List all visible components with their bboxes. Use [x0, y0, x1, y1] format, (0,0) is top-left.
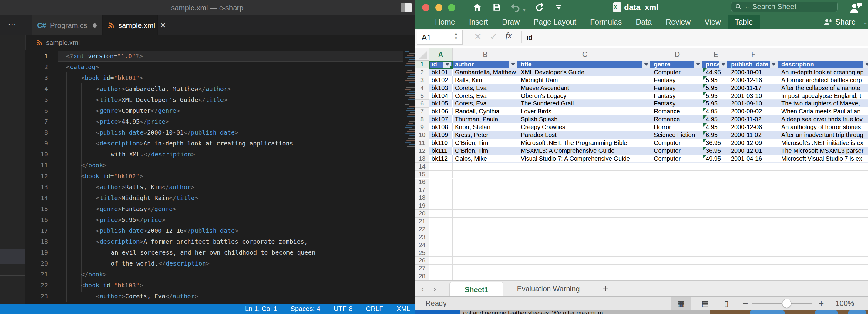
empty-cell[interactable]	[779, 186, 868, 194]
cell[interactable]: 2000-12-16	[728, 76, 779, 84]
empty-cell[interactable]	[779, 218, 868, 225]
empty-cell[interactable]	[728, 264, 779, 273]
row-header-13[interactable]: 13	[415, 155, 429, 163]
empty-cell[interactable]	[453, 179, 518, 186]
empty-cell[interactable]	[651, 249, 703, 257]
cell[interactable]: Maeve Ascendant	[518, 84, 651, 92]
row-header-8[interactable]: 8	[415, 116, 429, 123]
cell[interactable]: When Carla meets Paul at an	[779, 107, 868, 116]
cell[interactable]: bk112	[429, 155, 453, 163]
empty-cell[interactable]	[728, 202, 779, 210]
code-line[interactable]: 9<description>An in-depth look at creati…	[26, 138, 414, 149]
code-line[interactable]: 8<publish_date>2000-10-01</publish_date>	[26, 127, 414, 138]
select-all-corner[interactable]	[415, 49, 429, 61]
cell[interactable]: bk107	[429, 116, 453, 123]
ribbon-tab-view[interactable]: View	[698, 15, 728, 29]
add-sheet-button[interactable]: +	[596, 281, 615, 297]
cell[interactable]: 2000-09-02	[728, 107, 779, 116]
ribbon-tab-table[interactable]: Table	[728, 15, 760, 29]
empty-cell[interactable]	[651, 170, 703, 179]
empty-cell[interactable]	[779, 264, 868, 273]
empty-cell[interactable]	[429, 218, 453, 225]
empty-cell[interactable]	[779, 233, 868, 241]
empty-cell[interactable]	[518, 241, 651, 249]
empty-cell[interactable]	[518, 225, 651, 233]
statusbar-item[interactable]: Spaces: 4	[290, 305, 320, 313]
code-line[interactable]: 2<catalog>	[26, 62, 414, 72]
cell[interactable]: bk106	[429, 107, 453, 116]
cell[interactable]: Microsoft's .NET initiative is ex	[779, 139, 868, 147]
cell[interactable]: 2001-09-10	[728, 100, 779, 108]
cell[interactable]: The Sundered Grail	[518, 100, 651, 108]
cell[interactable]: 2000-11-02	[728, 131, 779, 139]
code-line[interactable]: 20of the world.</description>	[26, 258, 414, 269]
cell[interactable]: An in-depth look at creating ap	[779, 68, 868, 76]
empty-cell[interactable]	[429, 194, 453, 202]
formula-accept-icon[interactable]: ✓	[490, 31, 497, 42]
cell[interactable]: Corets, Eva	[453, 100, 518, 108]
row-header-5[interactable]: 5	[415, 92, 429, 100]
ribbon-tab-insert[interactable]: Insert	[462, 15, 495, 29]
empty-cell[interactable]	[728, 210, 779, 218]
empty-cell[interactable]	[429, 257, 453, 265]
undo-dropdown-icon[interactable]: ▾	[523, 5, 526, 15]
empty-cell[interactable]	[429, 225, 453, 233]
empty-cell[interactable]	[651, 273, 703, 280]
zoom-in-button[interactable]: +	[818, 297, 824, 310]
row-header-14[interactable]: 14	[415, 163, 429, 170]
empty-cell[interactable]	[453, 273, 518, 280]
cell[interactable]: bk102	[429, 76, 453, 84]
cell[interactable]: Gambardella, Matthew	[453, 68, 518, 76]
empty-cell[interactable]	[779, 202, 868, 210]
column-header-A[interactable]: A	[429, 49, 453, 61]
sheet-prev-icon[interactable]: ‹	[421, 284, 424, 294]
empty-cell[interactable]	[703, 194, 728, 202]
row-header-3[interactable]: 3	[415, 76, 429, 84]
empty-cell[interactable]	[453, 210, 518, 218]
tab-program-cs[interactable]: C# Program.cs	[32, 15, 102, 35]
cell[interactable]: Creepy Crawlies	[518, 123, 651, 131]
empty-cell[interactable]	[453, 186, 518, 194]
cell[interactable]: Fantasy	[651, 92, 703, 100]
zoom-out-button[interactable]: −	[743, 297, 748, 310]
column-header-B[interactable]: B	[453, 49, 518, 61]
formula-input[interactable]: id	[527, 29, 533, 46]
empty-cell[interactable]	[651, 225, 703, 233]
cell[interactable]: Computer	[651, 139, 703, 147]
row-header-26[interactable]: 26	[415, 257, 429, 265]
empty-cell[interactable]	[703, 233, 728, 241]
empty-cell[interactable]	[651, 163, 703, 170]
empty-cell[interactable]	[518, 233, 651, 241]
code-line[interactable]: 23<author>Corets, Eva</author>	[26, 291, 414, 302]
cell[interactable]: Science Fiction	[651, 131, 703, 139]
save-icon[interactable]	[492, 2, 502, 12]
empty-cell[interactable]	[429, 249, 453, 257]
breadcrumb[interactable]: sample.xml	[26, 35, 414, 50]
minimap[interactable]	[403, 51, 414, 157]
panel-layout-icon[interactable]	[401, 3, 412, 12]
cell[interactable]: bk105	[429, 100, 453, 108]
empty-cell[interactable]	[429, 210, 453, 218]
breadcrumb-item[interactable]: sample.xml	[46, 39, 80, 47]
row-header-10[interactable]: 10	[415, 131, 429, 139]
code-line[interactable]: 13<author>Ralls, Kim</author>	[26, 182, 414, 192]
filter-dropdown-icon[interactable]	[443, 61, 451, 68]
empty-cell[interactable]	[429, 241, 453, 249]
empty-cell[interactable]	[728, 257, 779, 265]
cell[interactable]: Oberon's Legacy	[518, 92, 651, 100]
code-editor[interactable]: 1<?xml version="1.0"?>2<catalog>3<book i…	[26, 50, 414, 304]
empty-cell[interactable]	[728, 273, 779, 280]
cell[interactable]: Corets, Eva	[453, 84, 518, 92]
cell[interactable]: bk108	[429, 123, 453, 131]
empty-cell[interactable]	[728, 249, 779, 257]
empty-cell[interactable]	[728, 241, 779, 249]
empty-cell[interactable]	[703, 170, 728, 179]
cell[interactable]: 36.95	[703, 147, 728, 155]
row-header-16[interactable]: 16	[415, 179, 429, 186]
empty-cell[interactable]	[518, 218, 651, 225]
empty-cell[interactable]	[453, 241, 518, 249]
cell[interactable]: bk103	[429, 84, 453, 92]
empty-cell[interactable]	[518, 202, 651, 210]
code-line[interactable]: 17<publish_date>2000-12-16</publish_date…	[26, 225, 414, 236]
code-line[interactable]: 16<price>5.95</price>	[26, 214, 414, 225]
